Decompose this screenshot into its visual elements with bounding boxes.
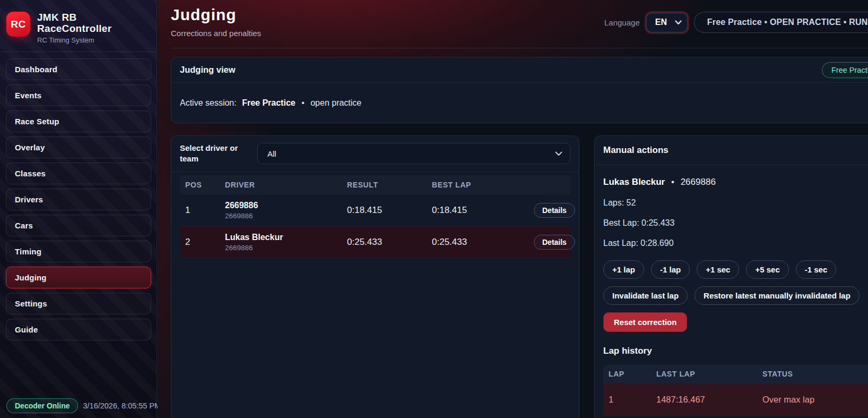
sidebar-footer: Decoder Online 3/16/2026, 8:05:55 PM: [6, 398, 161, 413]
column-header-result: RESULT: [342, 181, 427, 189]
sidebar-item-classes[interactable]: Classes: [6, 163, 151, 184]
app-subtitle: RC Timing System: [37, 36, 111, 44]
sidebar-item-drivers[interactable]: Drivers: [6, 189, 151, 210]
details-button[interactable]: Details: [534, 203, 575, 218]
app-title-block: JMK RB RaceController RC Timing System: [37, 12, 111, 44]
minus-1-sec-button[interactable]: -1 sec: [796, 260, 837, 279]
details-button[interactable]: Details: [534, 235, 575, 250]
sidebar-item-settings[interactable]: Settings: [6, 293, 151, 314]
clock-timestamp: 3/16/2026, 8:05:55 PM: [83, 402, 161, 410]
main-content: Judging Corrections and penalties Langua…: [158, 0, 868, 418]
driver-table-row-selected[interactable]: 2 Lukas Bleckur 2669886 0:25.433 0:25.43…: [180, 226, 570, 258]
column-header-best-lap: BEST LAP: [427, 181, 511, 189]
plus-1-lap-button[interactable]: +1 lap: [603, 260, 644, 279]
driver-name: Lukas Bleckur: [225, 233, 342, 242]
driver-transponder: 2669886: [225, 212, 342, 220]
page-title: Judging: [171, 6, 237, 24]
judging-view-card-title: Judging view: [171, 57, 868, 83]
app-title-line2: RaceController: [37, 23, 111, 34]
sidebar-item-dashboard[interactable]: Dashboard: [6, 58, 151, 80]
session-status-badge: Free Practice • OPEN PRACTICE • RUNNING: [694, 12, 868, 33]
driver-filter-label: Select driver or team: [180, 143, 250, 164]
column-header-driver: DRIVER: [220, 181, 342, 189]
column-header-pos: POS: [180, 181, 220, 189]
active-session-label: Active session:: [180, 98, 237, 107]
free-practice-badge: Free Practice: [822, 62, 868, 78]
manual-actions-card: Manual actions Lukas Bleckur • 2669886 L…: [594, 135, 868, 418]
active-session-name: Free Practice: [242, 98, 296, 107]
driver-transponder: 2669886: [225, 244, 342, 252]
selected-driver-line: Lukas Bleckur • 2669886: [603, 177, 868, 187]
bullet-separator: •: [301, 98, 305, 107]
reset-correction-button[interactable]: Reset correction: [603, 312, 687, 332]
decoder-status-badge: Decoder Online: [6, 398, 78, 413]
driver-filter-value: All: [267, 149, 276, 158]
app-logo: RC JMK RB RaceController RC Timing Syste…: [0, 0, 157, 44]
driver-filter-select[interactable]: All: [257, 143, 570, 164]
lap-history-title: Lap history: [603, 346, 868, 356]
active-session-line: Active session: Free Practice • open pra…: [171, 83, 868, 108]
lap-validity-button-row: Invalidate last lap Restore latest manua…: [603, 286, 868, 305]
language-value: EN: [655, 18, 667, 27]
plus-5-sec-button[interactable]: +5 sec: [746, 260, 788, 279]
header-controls: Language EN Free Practice • OPEN PRACTIC…: [604, 12, 868, 33]
driver-cell: Lukas Bleckur 2669886: [220, 233, 342, 252]
sidebar-item-cars[interactable]: Cars: [6, 215, 151, 236]
chevron-down-icon: [555, 151, 562, 156]
app-title-line1: JMK RB: [37, 12, 111, 23]
sidebar-item-guide[interactable]: Guide: [6, 319, 151, 340]
details-cell: Details: [511, 235, 575, 250]
active-session-type: open practice: [310, 98, 361, 107]
lap-history-row: 1 1487:16.467 Over max lap: [603, 383, 868, 416]
driver-filter-row: Select driver or team All: [171, 136, 579, 172]
plus-1-sec-button[interactable]: +1 sec: [697, 260, 739, 279]
language-label: Language: [604, 18, 640, 27]
pos-cell: 2: [180, 237, 220, 248]
best-lap-cell: 0:18.415: [427, 205, 511, 216]
result-cell: 0:18.415: [342, 205, 427, 216]
sidebar-item-timing[interactable]: Timing: [6, 241, 151, 262]
pos-cell: 1: [180, 205, 220, 216]
lap-adjust-button-row: +1 lap -1 lap +1 sec +5 sec -1 sec: [603, 260, 868, 279]
page-subtitle: Corrections and penalties: [171, 29, 261, 38]
column-header-last-lap: LAST LAP: [651, 370, 757, 378]
manual-actions-title: Manual actions: [595, 136, 868, 165]
selected-driver-name: Lukas Bleckur: [603, 177, 665, 187]
selected-driver-transponder: 2669886: [681, 177, 716, 187]
lap-history-header: LAP LAST LAP STATUS: [603, 365, 868, 383]
result-cell: 0:25.433: [342, 237, 427, 248]
rc-logo-icon: RC: [6, 12, 30, 37]
chevron-down-icon: [675, 20, 682, 25]
invalidate-last-lap-button[interactable]: Invalidate last lap: [603, 286, 688, 305]
judging-view-card: Judging view Free Practice Active sessio…: [171, 57, 868, 123]
sidebar-item-overlay[interactable]: Overlay: [6, 137, 151, 158]
header-divider: [171, 48, 868, 48]
sidebar-item-judging[interactable]: Judging: [6, 267, 151, 288]
app-window: RC JMK RB RaceController RC Timing Syste…: [0, 0, 868, 418]
driver-name: 2669886: [225, 201, 342, 210]
details-cell: Details: [511, 203, 575, 218]
driver-list-card: Select driver or team All POS DRIVER RES…: [171, 135, 579, 418]
driver-cell: 2669886 2669886: [220, 201, 342, 220]
restore-invalidated-lap-button[interactable]: Restore latest manually invalidated lap: [695, 286, 860, 305]
lap-status-cell: Over max lap: [757, 395, 868, 405]
best-lap-line: Best Lap: 0:25.433: [603, 218, 868, 228]
sidebar: RC JMK RB RaceController RC Timing Syste…: [0, 0, 157, 418]
laps-count-line: Laps: 52: [603, 198, 868, 208]
bullet-separator: •: [671, 177, 674, 187]
sidebar-nav: Dashboard Events Race Setup Overlay Clas…: [0, 52, 157, 340]
sidebar-item-events[interactable]: Events: [6, 84, 151, 106]
lap-number-cell: 1: [603, 395, 651, 405]
minus-1-lap-button[interactable]: -1 lap: [651, 260, 690, 279]
best-lap-cell: 0:25.433: [427, 237, 511, 248]
driver-table-header: POS DRIVER RESULT BEST LAP: [180, 175, 570, 194]
last-lap-line: Last Lap: 0:28.690: [603, 238, 868, 248]
driver-table-row[interactable]: 1 2669886 2669886 0:18.415 0:18.415 Deta…: [180, 194, 570, 226]
last-lap-time-cell: 1487:16.467: [651, 395, 757, 405]
sidebar-item-race-setup[interactable]: Race Setup: [6, 110, 151, 132]
language-select[interactable]: EN: [646, 13, 688, 32]
manual-actions-body: Lukas Bleckur • 2669886 Laps: 52 Best La…: [595, 177, 868, 416]
column-header-lap: LAP: [603, 370, 651, 378]
column-header-status: STATUS: [757, 370, 868, 378]
